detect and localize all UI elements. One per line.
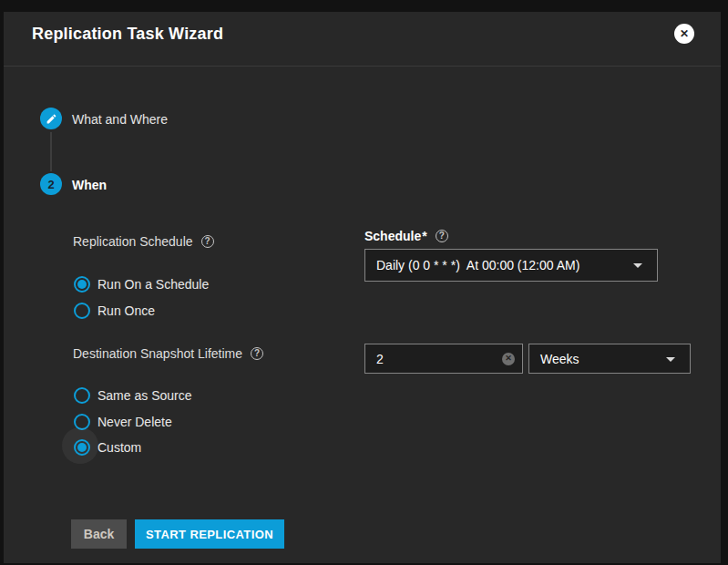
step-2-number: 2	[47, 178, 54, 191]
radio-icon	[74, 387, 90, 404]
help-icon[interactable]: ?	[436, 230, 448, 242]
snapshot-lifetime-label: Destination Snapshot Lifetime ?	[73, 346, 263, 361]
schedule-select-value: Daily (0 0 * * *) At 00:00 (12:00 AM)	[376, 258, 579, 272]
radio-same-as-source[interactable]: Same as Source	[74, 387, 192, 404]
start-replication-button[interactable]: START REPLICATION	[135, 519, 284, 549]
close-icon[interactable]: ✕	[674, 24, 694, 44]
radio-icon-selected	[74, 276, 90, 293]
help-icon[interactable]: ?	[201, 235, 214, 248]
chevron-down-icon	[666, 357, 675, 362]
radio-run-on-a-schedule[interactable]: Run On a Schedule	[74, 276, 209, 293]
step-connector-line	[50, 132, 52, 171]
lifetime-unit-value: Weeks	[540, 352, 579, 366]
replication-schedule-label: Replication Schedule ?	[73, 234, 214, 249]
step-2-indicator[interactable]: 2	[40, 173, 62, 195]
radio-custom[interactable]: Custom	[74, 439, 141, 456]
wizard-dialog: Replication Task Wizard ✕ What and Where…	[4, 12, 721, 563]
replication-task-wizard-screen: Replication Task Wizard ✕ What and Where…	[0, 0, 728, 565]
back-button[interactable]: Back	[71, 519, 127, 549]
radio-run-once[interactable]: Run Once	[74, 303, 155, 319]
lifetime-unit-select[interactable]: Weeks	[528, 344, 691, 374]
schedule-select[interactable]: Daily (0 0 * * *) At 00:00 (12:00 AM)	[364, 249, 658, 282]
lifetime-value-input[interactable]: 2 ✕	[364, 344, 523, 374]
radio-icon	[74, 303, 90, 319]
dialog-title: Replication Task Wizard	[32, 25, 223, 44]
schedule-field-label: Schedule* ?	[364, 229, 448, 243]
step-1-label[interactable]: What and Where	[72, 112, 168, 127]
pencil-icon	[46, 113, 57, 125]
chevron-down-icon	[633, 263, 642, 268]
help-icon[interactable]: ?	[251, 347, 263, 360]
lifetime-value: 2	[376, 352, 384, 366]
header-divider	[4, 66, 721, 67]
clear-input-icon[interactable]: ✕	[502, 353, 515, 365]
required-marker: *	[422, 229, 426, 243]
radio-icon-selected	[74, 439, 90, 456]
step-2-label[interactable]: When	[72, 178, 107, 192]
radio-never-delete[interactable]: Never Delete	[74, 414, 172, 430]
radio-icon	[74, 414, 90, 430]
step-1-indicator[interactable]	[40, 108, 62, 129]
